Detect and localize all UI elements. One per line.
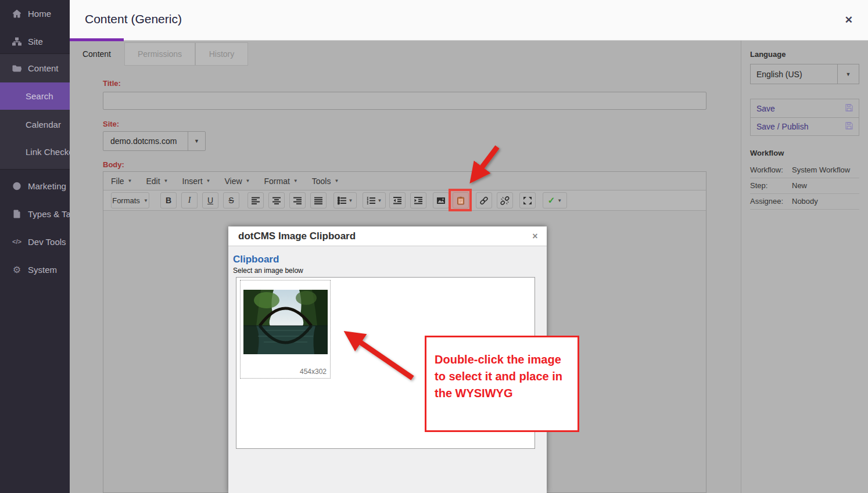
sidebar-item-marketing[interactable]: Marketing [0, 177, 70, 195]
save-icon [845, 122, 853, 131]
clipboard-image-item[interactable]: 454x302 [240, 280, 331, 379]
annotation-highlight-clipboard-button [449, 189, 472, 211]
bridge-photo-thumbnail[interactable] [243, 290, 328, 354]
sidebar-item-label: Types & Tag [28, 209, 70, 219]
site-label: Site: [103, 120, 119, 128]
sidebar-item-label: Content [28, 63, 59, 73]
chevron-down-icon: ▼ [334, 178, 339, 183]
chevron-down-icon: ▼ [164, 178, 168, 183]
annotation-note: Double-click the image to select it and … [425, 336, 579, 432]
sidebar-item-label: Link Checke [26, 147, 70, 157]
sidebar-item-link-checker[interactable]: Link Checke [0, 143, 70, 160]
chevron-down-icon: ▼ [837, 64, 859, 84]
sidebar-item-dev-tools[interactable]: </> Dev Tools [0, 233, 70, 250]
close-icon[interactable]: × [523, 231, 547, 242]
modal-header: Content (Generic) ✕ [70, 0, 868, 41]
dialog-header: dotCMS Image Clipboard × [228, 226, 547, 246]
chevron-down-icon: ▼ [188, 132, 205, 150]
gear-icon: ⚙ [12, 265, 22, 274]
sidebar: Home Site Content Search Calendar Link C… [0, 0, 70, 493]
language-select-value: English (US) [751, 70, 837, 79]
dialog-title: dotCMS Image Clipboard [228, 231, 523, 242]
chevron-down-icon: ▼ [206, 178, 211, 183]
underline-button[interactable]: U [202, 192, 218, 208]
align-left-icon[interactable] [248, 192, 264, 208]
sidebar-item-site[interactable]: Site [0, 33, 70, 50]
folder-icon [12, 63, 22, 73]
sidebar-item-home[interactable]: Home [0, 5, 70, 22]
editor-toolbar: Formats▼ B I U S ▼ [103, 190, 706, 211]
insert-image-icon[interactable] [433, 192, 449, 208]
image-dimensions-label: 454x302 [300, 368, 327, 376]
sidebar-item-label: Marketing [28, 181, 66, 191]
workflow-heading: Workflow [750, 149, 784, 157]
strikethrough-button[interactable]: S [223, 192, 239, 208]
sidebar-item-system[interactable]: ⚙ System [0, 261, 70, 278]
outdent-icon[interactable] [389, 192, 406, 208]
sidebar-item-label: Calendar [26, 120, 61, 129]
chevron-down-icon: ▼ [557, 198, 562, 203]
screen: Home Site Content Search Calendar Link C… [0, 0, 868, 493]
align-justify-icon[interactable] [310, 192, 327, 208]
align-center-icon[interactable] [268, 192, 285, 208]
save-actions: Save Save / Publish [750, 99, 859, 136]
chevron-down-icon: ▼ [378, 198, 382, 203]
clipboard-heading: Clipboard [233, 254, 279, 265]
menu-file[interactable]: File▼ [111, 177, 132, 186]
check-icon: ✓ [548, 195, 555, 206]
menu-format[interactable]: Format▼ [264, 177, 297, 186]
chevron-down-icon: ▼ [128, 178, 132, 183]
site-select-value: demo.dotcms.com [103, 136, 188, 146]
formats-dropdown[interactable]: Formats▼ [111, 192, 149, 208]
clipboard-hint: Select an image below [233, 267, 303, 275]
editor-menubar: File▼ Edit▼ Insert▼ View▼ Format▼ Tools▼ [103, 172, 706, 190]
fullscreen-icon[interactable] [519, 192, 536, 208]
tab-permissions[interactable]: Permissions [124, 42, 195, 66]
workflow-row: Step:New [750, 178, 859, 194]
sidebar-item-label: Dev Tools [28, 237, 66, 247]
chevron-down-icon: ▼ [293, 178, 298, 183]
italic-button[interactable]: I [181, 192, 198, 208]
menu-tools[interactable]: Tools▼ [312, 177, 339, 186]
site-select[interactable]: demo.dotcms.com ▼ [103, 131, 206, 151]
document-icon [12, 209, 22, 218]
title-label: Title: [103, 79, 121, 88]
sidebar-item-search[interactable]: Search [0, 82, 70, 110]
code-icon: </> [12, 237, 22, 246]
tab-history[interactable]: History [195, 42, 248, 66]
save-icon [845, 104, 853, 113]
sidebar-item-label: Search [26, 91, 53, 101]
language-select[interactable]: English (US) ▼ [750, 64, 859, 84]
link-icon[interactable] [476, 192, 492, 208]
workflow-row: Workflow:System Workflow [750, 163, 859, 178]
save-publish-button[interactable]: Save / Publish [751, 117, 859, 135]
close-icon[interactable]: ✕ [845, 15, 853, 25]
numbered-list-button[interactable]: ▼ [363, 192, 386, 208]
sidebar-item-content[interactable]: Content [0, 59, 70, 77]
chevron-down-icon: ▼ [144, 198, 148, 203]
sitemap-icon [12, 37, 22, 46]
active-tab-indicator [70, 38, 124, 41]
save-button[interactable]: Save [751, 99, 859, 117]
menu-insert[interactable]: Insert▼ [182, 177, 211, 186]
workflow-info: Workflow:System Workflow Step:New Assign… [750, 163, 859, 210]
title-input[interactable] [103, 92, 706, 110]
sidebar-item-label: Home [28, 9, 51, 19]
chevron-down-icon: ▼ [246, 178, 250, 183]
spellcheck-button[interactable]: ✓ ▼ [543, 192, 567, 208]
menu-view[interactable]: View▼ [224, 177, 250, 186]
indent-icon[interactable] [410, 192, 426, 208]
language-label: Language [750, 50, 785, 59]
target-icon [12, 181, 22, 190]
bold-button[interactable]: B [160, 192, 177, 208]
bullet-list-button[interactable]: ▼ [333, 192, 357, 208]
menu-edit[interactable]: Edit▼ [146, 177, 168, 186]
sidebar-item-calendar[interactable]: Calendar [0, 116, 70, 133]
tab-content[interactable]: Content [70, 42, 124, 66]
sidebar-item-types-tags[interactable]: Types & Tag [0, 205, 70, 222]
chevron-down-icon: ▼ [349, 198, 353, 203]
sidebar-item-label: System [28, 265, 57, 275]
align-right-icon[interactable] [289, 192, 306, 208]
unlink-icon[interactable] [497, 192, 513, 208]
sidebar-item-label: Site [28, 37, 43, 46]
